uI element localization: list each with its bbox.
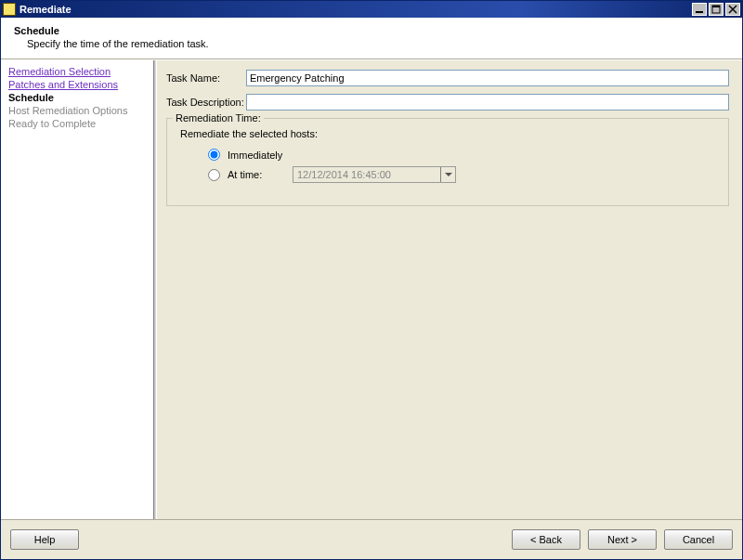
close-icon	[728, 5, 737, 14]
task-description-input[interactable]	[246, 94, 729, 111]
radio-immediately-label: Immediately	[228, 150, 293, 161]
remediation-time-legend: Remediation Time:	[173, 112, 264, 124]
remediation-time-group: Remediation Time: Remediate the selected…	[166, 118, 729, 206]
task-name-input[interactable]	[246, 70, 729, 86]
page-heading: Schedule	[14, 25, 729, 36]
minimize-icon	[695, 5, 704, 14]
wizard-body: Remediation Selection Patches and Extens…	[1, 59, 742, 519]
wizard-header: Schedule Specify the time of the remedia…	[1, 18, 742, 59]
wizard-footer: Help < Back Next > Cancel	[1, 519, 742, 559]
svg-marker-5	[445, 173, 452, 176]
chevron-down-icon	[440, 167, 455, 182]
task-description-label: Task Description:	[166, 97, 246, 108]
maximize-icon	[711, 5, 721, 14]
cancel-button[interactable]: Cancel	[664, 529, 733, 550]
maximize-button[interactable]	[709, 3, 723, 16]
task-description-row: Task Description:	[166, 94, 729, 111]
next-button[interactable]: Next >	[588, 529, 657, 550]
radio-at-time-label: At time:	[228, 169, 293, 180]
radio-at-time[interactable]	[208, 169, 220, 181]
help-button[interactable]: Help	[10, 529, 79, 550]
step-patches-extensions[interactable]: Patches and Extensions	[8, 79, 146, 90]
step-schedule: Schedule	[8, 92, 146, 103]
remediate-window: Remediate Schedule Specify the time of t…	[0, 0, 743, 560]
remediation-instruction: Remediate the selected hosts:	[180, 128, 715, 139]
app-icon	[3, 3, 16, 16]
task-name-row: Task Name:	[166, 70, 729, 86]
radio-immediately[interactable]	[208, 149, 220, 161]
titlebar: Remediate	[1, 1, 742, 18]
radio-row-immediate: Immediately	[208, 149, 715, 161]
at-time-dropdown[interactable]: 12/12/2014 16:45:00	[293, 166, 456, 183]
at-time-value: 12/12/2014 16:45:00	[293, 169, 440, 180]
window-title: Remediate	[20, 4, 690, 15]
page-description: Specify the time of the remediation task…	[27, 38, 729, 49]
step-remediation-selection[interactable]: Remediation Selection	[8, 66, 146, 77]
close-button[interactable]	[725, 3, 740, 16]
wizard-steps-sidebar: Remediation Selection Patches and Extens…	[1, 60, 153, 519]
step-ready-to-complete: Ready to Complete	[8, 118, 146, 129]
back-button[interactable]: < Back	[512, 529, 580, 550]
task-name-label: Task Name:	[166, 72, 246, 84]
wizard-main-panel: Task Name: Task Description: Remediation…	[157, 60, 742, 519]
radio-row-attime: At time: 12/12/2014 16:45:00	[208, 166, 715, 183]
minimize-button[interactable]	[692, 3, 707, 16]
step-host-remediation-options: Host Remediation Options	[8, 105, 146, 116]
